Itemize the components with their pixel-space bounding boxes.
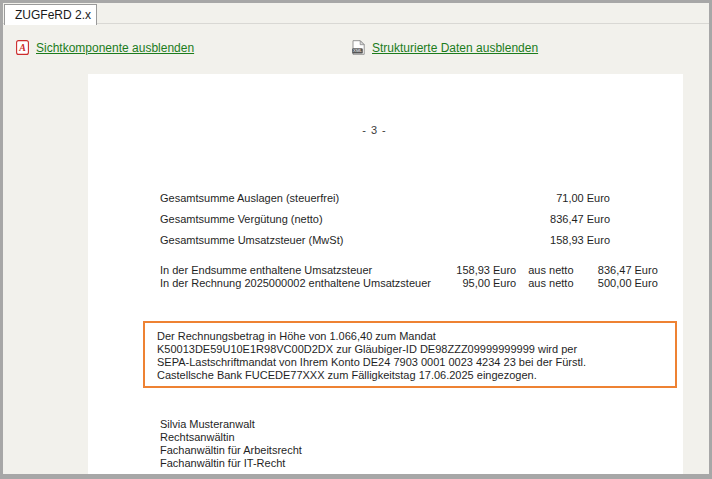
tax-amount: 158,93 <box>448 264 490 277</box>
svg-text:XML: XML <box>353 48 363 53</box>
hide-structured-data-link[interactable]: XML Strukturierte Daten ausblenden <box>352 40 538 55</box>
hide-pdf-view-link[interactable]: A Sichtkomponente ausblenden <box>16 40 194 55</box>
signature-line: Fachanwältin für IT-Recht <box>160 457 302 470</box>
tax-amount: 95,00 <box>448 277 490 290</box>
sepa-mandate-note-box: Der Rechnungsbetrag in Höhe von 1.066,40… <box>143 321 677 388</box>
tab-zugferd-2x[interactable]: ZUGFeRD 2.x <box>4 4 97 25</box>
tax-summary-block: In der Endsumme enthaltene Umsatzsteuer … <box>160 264 658 290</box>
tax-net-amount: 500,00 <box>576 277 632 290</box>
total-value: 71,00 Euro <box>556 188 610 209</box>
total-label: Gesamtsumme Vergütung (netto) <box>160 209 550 230</box>
signature-block: Silvia Musteranwalt Rechtsanwältin Facha… <box>160 418 302 470</box>
total-row: Gesamtsumme Auslagen (steuerfrei) 71,00 … <box>160 188 610 209</box>
total-row: Gesamtsumme Umsatzsteuer (MwSt) 158,93 E… <box>160 230 610 251</box>
zugferd-viewer-window: ZUGFeRD 2.x A Sichtkomponente ausblenden… <box>0 0 712 479</box>
sepa-note-line: SEPA-Lastschriftmandat von Ihrem Konto D… <box>157 356 675 369</box>
svg-text:A: A <box>18 42 26 53</box>
sepa-note-line: K50013DE59U10E1R98VC00D2DX zur Gläubiger… <box>157 343 675 356</box>
tax-label: In der Endsumme enthaltene Umsatzsteuer <box>160 264 448 277</box>
tax-amount-unit: Euro <box>493 277 516 290</box>
hide-pdf-view-link-label: Sichtkomponente ausblenden <box>36 41 194 55</box>
tax-label: In der Rechnung 2025000002 enthaltene Um… <box>160 277 448 290</box>
tax-net-unit: Euro <box>635 264 658 277</box>
tax-amount-unit: Euro <box>493 264 516 277</box>
tax-net-unit: Euro <box>635 277 658 290</box>
tax-summary-row: In der Endsumme enthaltene Umsatzsteuer … <box>160 264 658 277</box>
hide-structured-data-link-label: Strukturierte Daten ausblenden <box>372 41 538 55</box>
tax-middle-text: aus netto <box>528 264 573 277</box>
signature-line: Silvia Musteranwalt <box>160 418 302 431</box>
total-row: Gesamtsumme Vergütung (netto) 836,47 Eur… <box>160 209 610 230</box>
total-label: Gesamtsumme Auslagen (steuerfrei) <box>160 188 556 209</box>
tax-middle-text: aus netto <box>528 277 573 290</box>
page-number: - 3 - <box>88 124 683 136</box>
pdf-page-preview: - 3 - Gesamtsumme Auslagen (steuerfrei) … <box>88 74 683 474</box>
sepa-note-line: Der Rechnungsbetrag in Höhe von 1.066,40… <box>157 330 675 343</box>
pdf-file-icon: A <box>16 40 29 55</box>
totals-block: Gesamtsumme Auslagen (steuerfrei) 71,00 … <box>160 188 610 251</box>
tab-strip: ZUGFeRD 2.x <box>3 3 709 24</box>
tax-summary-row: In der Rechnung 2025000002 enthaltene Um… <box>160 277 658 290</box>
signature-line: Fachanwältin für Arbeitsrecht <box>160 444 302 457</box>
total-value: 158,93 Euro <box>550 230 610 251</box>
sepa-note-line: Castellsche Bank FUCEDE77XXX zum Fälligk… <box>157 369 675 382</box>
xml-file-icon: XML <box>352 40 365 55</box>
signature-line: Rechtsanwältin <box>160 431 302 444</box>
tax-net-amount: 836,47 <box>576 264 632 277</box>
total-label: Gesamtsumme Umsatzsteuer (MwSt) <box>160 230 550 251</box>
total-value: 836,47 Euro <box>550 209 610 230</box>
